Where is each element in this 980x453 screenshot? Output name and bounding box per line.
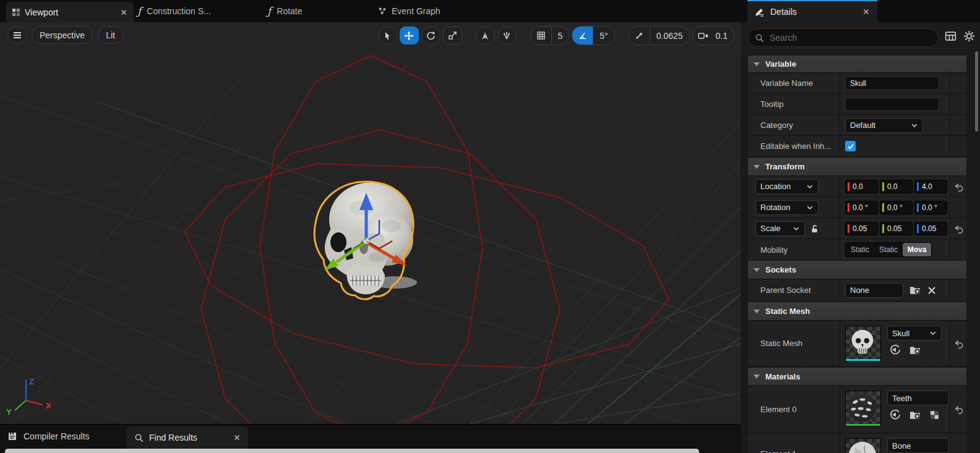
material-teeth-thumbnail[interactable] xyxy=(845,391,881,426)
browse-to-asset-icon[interactable] xyxy=(909,345,921,355)
axis-x-label: X xyxy=(46,401,51,410)
reset-to-default-icon[interactable] xyxy=(953,404,963,414)
reset-to-default-icon[interactable] xyxy=(953,182,963,192)
section-variable[interactable]: Variable xyxy=(748,56,966,73)
grid-snap-value[interactable]: 5 xyxy=(551,27,569,44)
rotation-x-input[interactable]: 0.0 ° xyxy=(845,201,878,214)
angle-snap-button[interactable] xyxy=(572,27,593,44)
editable-checkbox[interactable] xyxy=(845,141,856,151)
surface-snapping-button[interactable] xyxy=(497,27,517,44)
camera-speed-value[interactable]: 0.1 xyxy=(713,27,734,44)
variable-name-input[interactable] xyxy=(845,77,939,90)
scale-snap-value[interactable]: 0.0625 xyxy=(650,27,689,44)
chevron-down-icon xyxy=(806,183,814,190)
reset-to-default-icon[interactable] xyxy=(953,339,963,349)
section-materials-title: Materials xyxy=(765,372,800,381)
section-sockets-title: Sockets xyxy=(765,265,796,274)
bottom-panel: Compiler Results Find Results xyxy=(0,424,741,453)
lit-mode-button[interactable]: Lit xyxy=(98,26,123,44)
chevron-down-icon xyxy=(911,122,918,129)
section-sockets[interactable]: Sockets xyxy=(748,261,966,279)
close-icon[interactable] xyxy=(233,434,241,441)
mobility-segmented-control: Static Static Mova xyxy=(845,242,932,257)
browse-to-asset-icon[interactable] xyxy=(909,410,921,420)
3d-viewport[interactable]: Z X Y Perspective Lit xyxy=(0,22,741,424)
parent-socket-value-button[interactable]: None xyxy=(845,283,903,298)
close-icon[interactable] xyxy=(862,8,870,15)
scale-z-input[interactable]: 0.05 xyxy=(914,222,947,235)
mobility-option-static[interactable]: Static xyxy=(846,243,874,256)
find-results-search-input[interactable] xyxy=(5,449,699,453)
use-selected-asset-icon[interactable] xyxy=(890,409,901,420)
browse-to-socket-icon[interactable] xyxy=(909,285,921,295)
close-icon[interactable] xyxy=(120,9,127,16)
grid-snap-button[interactable] xyxy=(531,27,551,44)
check-icon xyxy=(847,143,854,150)
tab-event-graph[interactable]: Event Graph xyxy=(379,0,441,22)
reset-to-default-icon[interactable] xyxy=(953,224,963,234)
element1-material-dropdown[interactable]: Bone xyxy=(887,438,949,453)
section-transform[interactable]: Transform xyxy=(748,158,966,176)
editable-label: Editable when Inh... xyxy=(748,136,840,156)
details-scrollbar[interactable] xyxy=(975,51,978,132)
grid-icon xyxy=(536,31,546,40)
rotation-y-input[interactable]: 0.0 ° xyxy=(880,201,913,214)
variable-name-label: Variable Name xyxy=(748,73,840,93)
tab-construction-script[interactable]: ƒ Construction S... xyxy=(137,0,211,22)
rotation-z-input[interactable]: 0.0 ° xyxy=(914,201,947,214)
element0-material-dropdown[interactable]: Teeth xyxy=(887,391,949,405)
static-mesh-thumbnail[interactable] xyxy=(845,326,881,362)
viewport-options-button[interactable] xyxy=(7,26,27,44)
category-dropdown[interactable]: Default xyxy=(845,118,923,133)
unlock-icon[interactable] xyxy=(810,224,819,234)
viewport-scene: Z X Y xyxy=(0,22,741,424)
rotate-tool-button[interactable] xyxy=(421,27,441,44)
compiler-results-label: Compiler Results xyxy=(24,431,90,441)
mobility-option-stationary[interactable]: Static xyxy=(874,243,903,256)
scale-y-input[interactable]: 0.05 xyxy=(880,222,913,235)
location-y-input[interactable]: 0.0 xyxy=(880,180,913,193)
scale-x-input[interactable]: 0.05 xyxy=(845,222,878,235)
details-search-input[interactable] xyxy=(768,32,932,43)
perspective-button[interactable]: Perspective xyxy=(32,26,93,44)
location-z-input[interactable]: 4.0 xyxy=(914,180,947,193)
tab-viewport[interactable]: Viewport xyxy=(6,2,134,22)
move-tool-button[interactable] xyxy=(400,27,419,44)
tab-find-results[interactable]: Find Results xyxy=(127,426,248,449)
use-selected-asset-icon[interactable] xyxy=(890,344,901,355)
select-tool-button[interactable] xyxy=(378,27,397,44)
location-dropdown[interactable]: Location xyxy=(755,179,819,194)
details-search-box[interactable] xyxy=(748,28,939,47)
function-icon: ƒ xyxy=(267,5,271,17)
diagonal-arrow-icon xyxy=(635,31,644,40)
camera-speed-button[interactable] xyxy=(693,27,713,44)
display-filter-button[interactable] xyxy=(945,31,956,41)
axis-indicator: Z X Y xyxy=(6,377,51,417)
section-materials[interactable]: Materials xyxy=(748,368,966,386)
rotation-dropdown[interactable]: Rotation xyxy=(755,200,819,215)
tooltip-input[interactable] xyxy=(845,98,939,111)
scale-label: Scale xyxy=(760,224,781,233)
collision-sphere-rings xyxy=(171,56,683,424)
location-x-input[interactable]: 0.0 xyxy=(845,180,878,193)
scale-tool-button[interactable] xyxy=(443,27,462,44)
row-editable-when-inherited: Editable when Inh... xyxy=(748,136,966,157)
mobility-option-movable[interactable]: Mova xyxy=(903,243,931,256)
scale-snap-button[interactable] xyxy=(629,27,650,44)
texture-checker-icon[interactable] xyxy=(930,410,939,420)
details-settings-button[interactable] xyxy=(963,30,975,42)
clear-socket-icon[interactable] xyxy=(927,286,936,295)
section-static-mesh[interactable]: Static Mesh xyxy=(748,302,966,321)
angle-snap-value[interactable]: 5° xyxy=(593,27,614,44)
details-pencil-icon xyxy=(755,7,765,17)
tab-rotate[interactable]: ƒ Rotate xyxy=(267,0,303,22)
static-mesh-dropdown[interactable]: Skull xyxy=(887,326,942,341)
tab-details[interactable]: Details xyxy=(747,0,877,22)
chevron-down-icon xyxy=(754,165,760,169)
world-coordinate-button[interactable] xyxy=(476,27,495,44)
rotate-icon xyxy=(426,31,436,41)
material-bone-thumbnail[interactable] xyxy=(845,438,881,453)
scale-dropdown[interactable]: Scale xyxy=(755,221,805,236)
grid-lines-green xyxy=(396,121,741,424)
tab-compiler-results[interactable]: Compiler Results xyxy=(7,425,90,448)
